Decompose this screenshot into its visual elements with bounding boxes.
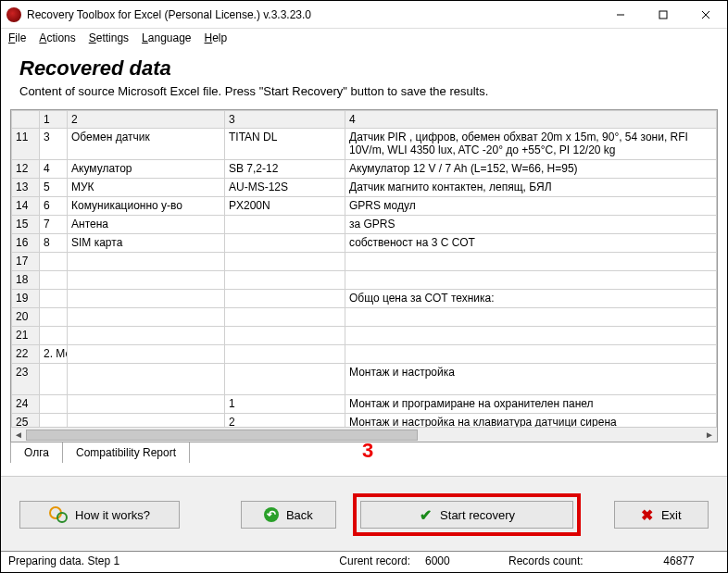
menu-settings[interactable]: Settings	[89, 31, 129, 44]
row-header[interactable]: 24	[12, 395, 40, 414]
scroll-thumb[interactable]	[26, 430, 418, 441]
cell[interactable]	[40, 395, 68, 414]
cell[interactable]: МУК	[68, 179, 225, 197]
cell[interactable]: 8	[40, 234, 68, 253]
cell[interactable]: 2. Мо	[40, 345, 68, 364]
cell[interactable]	[345, 345, 717, 364]
cell[interactable]: Акумулатор	[68, 160, 225, 179]
cell[interactable]: SIM карта	[68, 234, 225, 253]
cell[interactable]	[225, 253, 345, 271]
minimize-button[interactable]	[599, 1, 642, 29]
cell[interactable]: Антена	[68, 216, 225, 234]
cell[interactable]: Обемен датчик	[68, 129, 225, 160]
close-button[interactable]	[684, 1, 727, 29]
cell[interactable]	[225, 216, 345, 234]
cell[interactable]	[40, 414, 68, 428]
scroll-right-icon[interactable]: ►	[702, 428, 717, 442]
cell[interactable]: 4	[40, 160, 68, 179]
cell[interactable]	[40, 364, 68, 395]
cell[interactable]: Общо цена за СОТ техника:	[345, 290, 717, 308]
cell[interactable]: за GPRS	[345, 216, 717, 234]
row-header[interactable]: 17	[12, 253, 40, 271]
row-header[interactable]: 22	[12, 345, 40, 364]
cell[interactable]: 1	[225, 395, 345, 414]
cell[interactable]: Комуникационно у-во	[68, 197, 225, 216]
sheet-tab-olga[interactable]: Олга	[10, 442, 63, 463]
cell[interactable]: TITAN DL	[225, 129, 345, 160]
table-row[interactable]: 146Комуникационно у-во PX200NGPRS модул	[12, 197, 717, 216]
cell[interactable]	[225, 345, 345, 364]
row-header[interactable]: 18	[12, 271, 40, 290]
exit-button[interactable]: ✖ Exit	[614, 501, 709, 529]
table-row[interactable]: 157Антеназа GPRS	[12, 216, 717, 234]
cell[interactable]	[345, 327, 717, 345]
cell[interactable]	[345, 271, 717, 290]
column-header[interactable]: 4	[345, 111, 717, 129]
cell[interactable]: SB 7,2-12	[225, 160, 345, 179]
table-row[interactable]: 113Обемен датчикTITAN DLДатчик PIR , циф…	[12, 129, 717, 160]
row-header[interactable]: 11	[12, 129, 40, 160]
cell[interactable]: Датчик магнито контактен, лепящ, БЯЛ	[345, 179, 717, 197]
cell[interactable]	[68, 414, 225, 428]
cell[interactable]	[68, 253, 225, 271]
cell[interactable]	[40, 253, 68, 271]
cell[interactable]	[225, 327, 345, 345]
cell[interactable]	[68, 345, 225, 364]
row-header[interactable]: 19	[12, 290, 40, 308]
cell[interactable]	[225, 308, 345, 327]
row-header[interactable]: 20	[12, 308, 40, 327]
cell[interactable]	[68, 327, 225, 345]
row-header[interactable]: 23	[12, 364, 40, 395]
table-row[interactable]: 21	[12, 327, 717, 345]
table-row[interactable]: 124АкумулаторSB 7,2-12Акумулатор 12 V / …	[12, 160, 717, 179]
table-row[interactable]: 23Монтаж и настройка	[12, 364, 717, 395]
cell[interactable]	[40, 290, 68, 308]
column-header[interactable]: 1	[40, 111, 68, 129]
cell[interactable]	[225, 234, 345, 253]
table-row[interactable]: 168SIM картасобственост на 3 С СОТ	[12, 234, 717, 253]
row-header[interactable]: 21	[12, 327, 40, 345]
data-grid[interactable]: 1 2 3 4 113Обемен датчикTITAN DLДатчик P…	[10, 109, 718, 442]
cell[interactable]	[40, 308, 68, 327]
cell[interactable]	[68, 271, 225, 290]
column-header[interactable]: 3	[225, 111, 345, 129]
table-row[interactable]: 17	[12, 253, 717, 271]
table-row[interactable]: 135МУКAU-MS-12SДатчик магнито контактен,…	[12, 179, 717, 197]
table-row[interactable]: 241Монтаж и програмиране на охранителен …	[12, 395, 717, 414]
cell[interactable]	[345, 308, 717, 327]
cell[interactable]	[40, 271, 68, 290]
row-header[interactable]: 16	[12, 234, 40, 253]
cell[interactable]: Монтаж и програмиране на охранителен пан…	[345, 395, 717, 414]
cell[interactable]: 6	[40, 197, 68, 216]
cell[interactable]	[225, 364, 345, 395]
menu-actions[interactable]: Actions	[39, 31, 75, 44]
cell[interactable]: Акумулатор 12 V / 7 Ah (L=152, W=66, H=9…	[345, 160, 717, 179]
cell[interactable]: Датчик PIR , цифров, обемен обхват 20m x…	[345, 129, 717, 160]
menu-help[interactable]: Help	[205, 31, 228, 44]
table-row[interactable]: 18	[12, 271, 717, 290]
row-header[interactable]: 13	[12, 179, 40, 197]
row-header[interactable]: 25	[12, 414, 40, 428]
cell[interactable]	[225, 290, 345, 308]
cell[interactable]	[68, 308, 225, 327]
cell[interactable]	[225, 271, 345, 290]
back-button[interactable]: ↶ Back	[241, 501, 335, 529]
row-header[interactable]: 14	[12, 197, 40, 216]
column-header[interactable]: 2	[68, 111, 225, 129]
cell[interactable]: PX200N	[225, 197, 345, 216]
cell[interactable]	[68, 290, 225, 308]
table-row[interactable]: 252Монтаж и настройка на клавиатура датч…	[12, 414, 717, 428]
cell[interactable]	[345, 253, 717, 271]
cell[interactable]	[68, 364, 225, 395]
cell[interactable]: 2	[225, 414, 345, 428]
menu-file[interactable]: File	[8, 31, 26, 44]
sheet-tab-compatibility[interactable]: Compatibility Report	[63, 442, 190, 463]
row-header[interactable]: 15	[12, 216, 40, 234]
cell[interactable]: Монтаж и настройка	[345, 364, 717, 395]
how-it-works-button[interactable]: How it works?	[19, 501, 180, 529]
scroll-left-icon[interactable]: ◄	[11, 428, 26, 442]
maximize-button[interactable]	[642, 1, 684, 29]
table-row[interactable]: 20	[12, 308, 717, 327]
cell[interactable]: 7	[40, 216, 68, 234]
menu-language[interactable]: Language	[142, 31, 191, 44]
